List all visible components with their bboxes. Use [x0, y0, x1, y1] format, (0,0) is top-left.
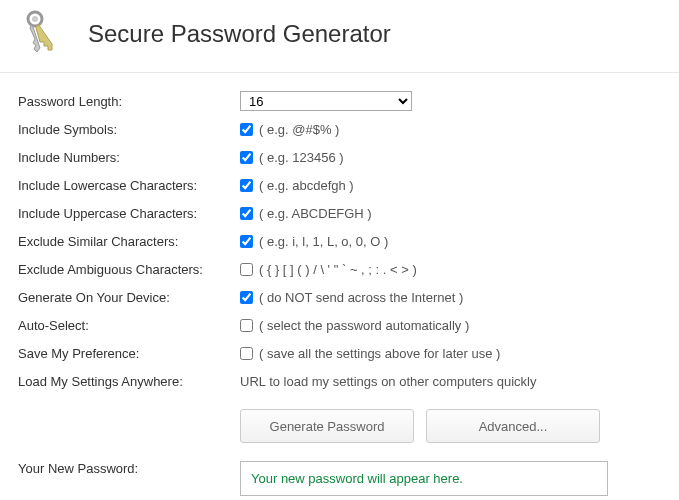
hint-symbols: ( e.g. @#$% )	[259, 122, 339, 137]
checkbox-ambiguous[interactable]	[240, 263, 253, 276]
hint-lowercase: ( e.g. abcdefgh )	[259, 178, 354, 193]
label-savepref: Save My Preference:	[18, 346, 240, 361]
hint-uppercase: ( e.g. ABCDEFGH )	[259, 206, 372, 221]
advanced-button[interactable]: Advanced...	[426, 409, 600, 443]
hint-numbers: ( e.g. 123456 )	[259, 150, 344, 165]
hint-device: ( do NOT send across the Internet )	[259, 290, 463, 305]
row-savepref: Save My Preference: ( save all the setti…	[18, 344, 661, 363]
row-result: Your New Password: Your new password wil…	[18, 461, 661, 496]
checkbox-symbols[interactable]	[240, 123, 253, 136]
hint-autoselect: ( select the password automatically )	[259, 318, 469, 333]
label-autoselect: Auto-Select:	[18, 318, 240, 333]
password-output[interactable]: Your new password will appear here.	[240, 461, 608, 496]
svg-point-1	[32, 16, 38, 22]
hint-similar: ( e.g. i, l, 1, L, o, 0, O )	[259, 234, 388, 249]
label-similar: Exclude Similar Characters:	[18, 234, 240, 249]
keys-icon	[18, 10, 62, 58]
label-ambiguous: Exclude Ambiguous Characters:	[18, 262, 240, 277]
label-result: Your New Password:	[18, 461, 240, 476]
row-loadsettings: Load My Settings Anywhere: URL to load m…	[18, 372, 661, 391]
label-lowercase: Include Lowercase Characters:	[18, 178, 240, 193]
row-uppercase: Include Uppercase Characters: ( e.g. ABC…	[18, 204, 661, 223]
label-uppercase: Include Uppercase Characters:	[18, 206, 240, 221]
button-row: Generate Password Advanced...	[240, 409, 661, 443]
row-device: Generate On Your Device: ( do NOT send a…	[18, 288, 661, 307]
hint-ambiguous: ( { } [ ] ( ) / \ ' " ` ~ , ; : . < > )	[259, 262, 417, 277]
label-length: Password Length:	[18, 94, 240, 109]
label-numbers: Include Numbers:	[18, 150, 240, 165]
row-autoselect: Auto-Select: ( select the password autom…	[18, 316, 661, 335]
row-numbers: Include Numbers: ( e.g. 123456 )	[18, 148, 661, 167]
row-similar: Exclude Similar Characters: ( e.g. i, l,…	[18, 232, 661, 251]
header: Secure Password Generator	[0, 0, 679, 73]
label-device: Generate On Your Device:	[18, 290, 240, 305]
form: Password Length: 16 Include Symbols: ( e…	[0, 91, 679, 500]
checkbox-autoselect[interactable]	[240, 319, 253, 332]
row-ambiguous: Exclude Ambiguous Characters: ( { } [ ] …	[18, 260, 661, 279]
generate-password-button[interactable]: Generate Password	[240, 409, 414, 443]
row-symbols: Include Symbols: ( e.g. @#$% )	[18, 120, 661, 139]
checkbox-uppercase[interactable]	[240, 207, 253, 220]
checkbox-similar[interactable]	[240, 235, 253, 248]
password-length-select[interactable]: 16	[240, 91, 412, 111]
label-symbols: Include Symbols:	[18, 122, 240, 137]
hint-savepref: ( save all the settings above for later …	[259, 346, 500, 361]
label-loadsettings: Load My Settings Anywhere:	[18, 374, 240, 389]
hint-loadsettings: URL to load my settings on other compute…	[240, 374, 537, 389]
checkbox-device[interactable]	[240, 291, 253, 304]
row-length: Password Length: 16	[18, 91, 661, 111]
checkbox-numbers[interactable]	[240, 151, 253, 164]
checkbox-savepref[interactable]	[240, 347, 253, 360]
page-title: Secure Password Generator	[88, 20, 391, 48]
row-lowercase: Include Lowercase Characters: ( e.g. abc…	[18, 176, 661, 195]
checkbox-lowercase[interactable]	[240, 179, 253, 192]
